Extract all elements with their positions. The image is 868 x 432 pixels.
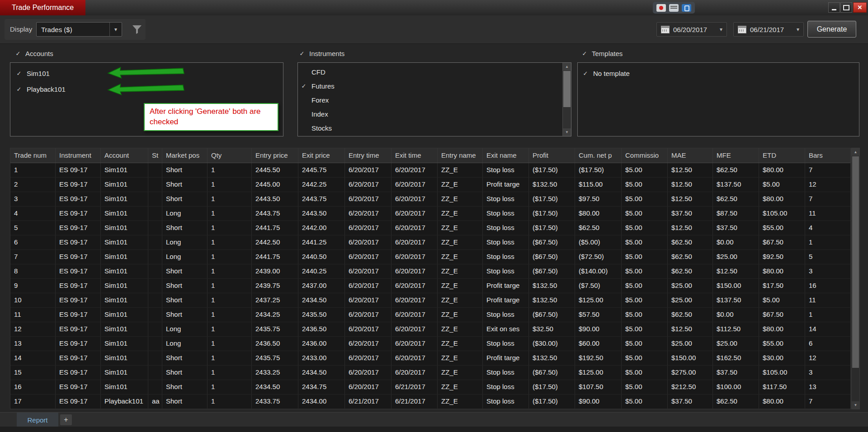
column-header-entry-name[interactable]: Entry name: [438, 148, 483, 163]
tab-report[interactable]: Report: [17, 413, 58, 427]
template-item-no-template[interactable]: ✓No template: [578, 66, 859, 81]
column-header-exit-price[interactable]: Exit price: [298, 148, 345, 163]
table-cell: 2433.25: [252, 366, 298, 380]
table-row[interactable]: 12ES 09-17Sim101Long12435.752436.506/20/…: [10, 322, 850, 337]
table-cell: $37.50: [668, 394, 713, 409]
date-to-picker[interactable]: 06/21/2017 ▾: [733, 22, 804, 37]
table-cell: $275.00: [668, 366, 713, 380]
table-cell: 1: [208, 394, 252, 409]
table-row[interactable]: 4ES 09-17Sim101Long12443.752443.506/20/2…: [10, 207, 850, 221]
column-header-market-pos[interactable]: Market pos: [162, 148, 208, 163]
column-header-account[interactable]: Account: [101, 148, 148, 163]
close-button[interactable]: ✕: [853, 2, 867, 13]
table-cell: 6/20/2017: [345, 366, 392, 380]
add-tab-button[interactable]: +: [60, 414, 72, 425]
table-row[interactable]: 3ES 09-17Sim101Short12443.502443.756/20/…: [10, 192, 850, 207]
table-cell: Stop loss: [483, 308, 529, 322]
filter-button[interactable]: [131, 23, 143, 36]
instruments-scrollbar[interactable]: ▲ ▼: [562, 63, 571, 136]
column-header-mae[interactable]: MAE: [668, 148, 713, 163]
table-cell: Short: [162, 178, 208, 192]
table-cell: $25.00: [668, 279, 713, 293]
instruments-checkbox[interactable]: ✓ Instruments: [299, 49, 344, 58]
maximize-button[interactable]: [840, 2, 852, 13]
column-header-exit-name[interactable]: Exit name: [483, 148, 529, 163]
table-cell: $80.00: [759, 192, 805, 206]
column-header-exit-time[interactable]: Exit time: [392, 148, 438, 163]
table-row[interactable]: 17ES 09-17Playback101aaShort12433.752434…: [10, 394, 850, 409]
instrument-item-index[interactable]: Index: [298, 107, 571, 121]
table-row[interactable]: 7ES 09-17Sim101Long12441.752440.506/20/2…: [10, 250, 850, 264]
scroll-up-icon[interactable]: ▲: [852, 148, 859, 156]
column-header-etd[interactable]: ETD: [759, 148, 805, 163]
table-cell: 6/20/2017: [392, 279, 438, 293]
table-row[interactable]: 10ES 09-17Sim101Short12437.252434.506/20…: [10, 293, 850, 308]
table-row[interactable]: 14ES 09-17Sim101Short12435.752433.006/20…: [10, 351, 850, 366]
table-cell: ($67.50): [529, 366, 575, 380]
table-cell: $62.50: [668, 235, 713, 249]
table-row[interactable]: 9ES 09-17Sim101Short12439.752437.006/20/…: [10, 279, 850, 293]
accounts-checkbox[interactable]: ✓ Accounts: [15, 49, 53, 58]
table-cell: ZZ_E: [438, 192, 483, 206]
scroll-down-icon[interactable]: ▼: [563, 128, 571, 136]
table-cell: $5.00: [622, 250, 668, 264]
display-dropdown[interactable]: Trades ($) ▾: [36, 22, 122, 37]
scrollbar-thumb[interactable]: [852, 156, 859, 368]
column-header-commissio[interactable]: Commissio: [622, 148, 668, 163]
column-header-mfe[interactable]: MFE: [713, 148, 759, 163]
column-header-trade-num[interactable]: Trade num: [10, 148, 56, 163]
instrument-item-forex[interactable]: Forex: [298, 93, 571, 107]
column-header-entry-time[interactable]: Entry time: [345, 148, 392, 163]
table-row[interactable]: 6ES 09-17Sim101Long12442.502441.256/20/2…: [10, 235, 850, 250]
table-row[interactable]: 8ES 09-17Sim101Short12439.002440.256/20/…: [10, 264, 850, 279]
table-row[interactable]: 16ES 09-17Sim101Short12434.502434.756/20…: [10, 380, 850, 394]
generate-button[interactable]: Generate: [807, 21, 856, 38]
instrument-item-cfd[interactable]: CFD: [298, 65, 571, 79]
column-header-profit[interactable]: Profit: [529, 148, 575, 163]
scroll-down-icon[interactable]: ▼: [852, 401, 859, 409]
column-header-bars[interactable]: Bars: [805, 148, 851, 163]
column-header-instrument[interactable]: Instrument: [56, 148, 101, 163]
scroll-up-icon[interactable]: ▲: [563, 63, 571, 70]
table-cell: 2442.25: [298, 178, 345, 192]
table-cell: ($67.50): [529, 264, 575, 278]
table-row[interactable]: 11ES 09-17Sim101Short12434.252435.506/20…: [10, 308, 850, 322]
column-header-qty[interactable]: Qty: [208, 148, 252, 163]
table-row[interactable]: 13ES 09-17Sim101Long12436.502436.006/20/…: [10, 337, 850, 351]
table-scrollbar[interactable]: ▲ ▼: [851, 148, 860, 409]
date-from-picker[interactable]: 06/20/2017 ▾: [656, 22, 727, 37]
instrument-item-stocks[interactable]: Stocks: [298, 121, 571, 135]
table-cell: 1: [208, 250, 252, 264]
lock-icon[interactable]: [682, 4, 691, 12]
table-cell: ES 09-17: [56, 293, 101, 307]
table-cell: $105.00: [759, 207, 805, 221]
date-from-value: 06/20/2017: [673, 26, 707, 33]
table-cell: $5.00: [622, 308, 668, 322]
instrument-item-futures[interactable]: ✓Futures: [298, 79, 571, 93]
table-cell: Long: [162, 250, 208, 264]
table-cell: ES 09-17: [56, 308, 101, 322]
column-header-entry-price[interactable]: Entry price: [252, 148, 298, 163]
minimize-button[interactable]: [828, 2, 840, 13]
table-row[interactable]: 5ES 09-17Sim101Short12441.752442.006/20/…: [10, 221, 850, 235]
table-cell: Stop loss: [483, 163, 529, 177]
table-cell: 1: [208, 351, 252, 365]
column-header-cum-net-p[interactable]: Cum. net p: [575, 148, 622, 163]
table-cell: $5.00: [622, 394, 668, 409]
table-cell: $62.50: [668, 264, 713, 278]
templates-checkbox[interactable]: ✓ Templates: [581, 49, 623, 58]
table-cell: 12: [805, 351, 851, 365]
table-cell: 11: [805, 293, 851, 307]
scrollbar-thumb[interactable]: [563, 71, 571, 107]
column-header-st[interactable]: St: [148, 148, 162, 163]
table-cell: ($17.50): [529, 207, 575, 221]
table-row[interactable]: 1ES 09-17Sim101Short12445.502445.756/20/…: [10, 163, 850, 178]
table-cell: $12.50: [713, 264, 759, 278]
table-cell: ZZ_E: [438, 235, 483, 249]
keyboard-icon[interactable]: [669, 4, 679, 12]
table-row[interactable]: 15ES 09-17Sim101Short12433.252434.506/20…: [10, 366, 850, 380]
table-row[interactable]: 2ES 09-17Sim101Short12445.002442.256/20/…: [10, 178, 850, 192]
check-icon: ✓: [16, 70, 22, 77]
record-icon[interactable]: [656, 4, 666, 12]
table-cell: 4: [10, 207, 56, 221]
